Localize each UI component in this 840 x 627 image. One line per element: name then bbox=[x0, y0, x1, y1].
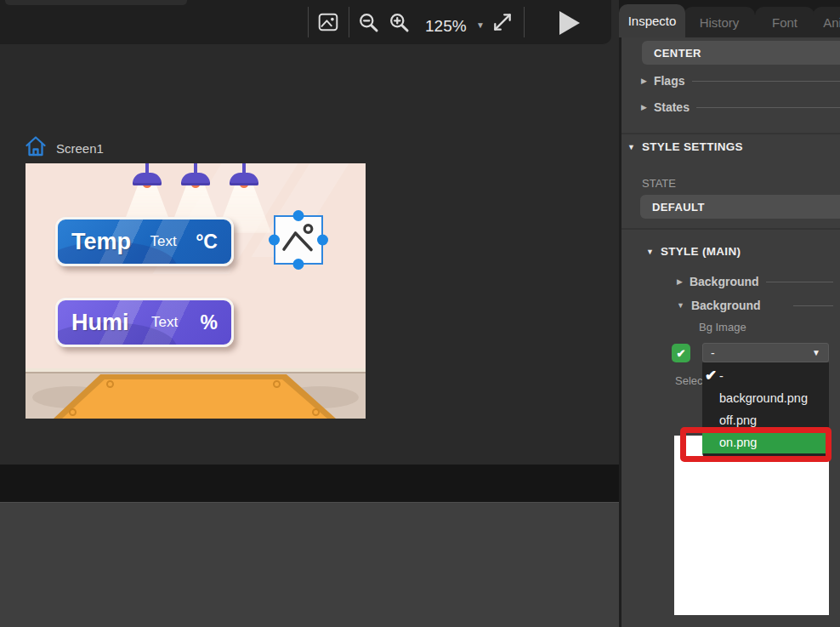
chevron-right-icon: ▶ bbox=[641, 103, 647, 111]
panel-section-divider bbox=[619, 133, 840, 134]
bg-image-select[interactable]: - ▼ bbox=[702, 343, 829, 362]
bg-image-checkbox[interactable]: ✔ bbox=[672, 344, 690, 362]
home-icon bbox=[24, 134, 48, 162]
humi-unit: % bbox=[201, 311, 218, 334]
section-rule bbox=[696, 107, 840, 108]
selection-handle-top[interactable] bbox=[293, 210, 304, 221]
play-icon bbox=[558, 10, 582, 39]
zoom-in-button[interactable] bbox=[386, 12, 411, 36]
panel-section-divider bbox=[619, 228, 840, 230]
dropdown-item-background[interactable]: background.png bbox=[702, 387, 829, 409]
bg-image-label: Bg Image bbox=[699, 321, 746, 333]
expand-icon bbox=[491, 11, 514, 37]
design-canvas[interactable]: Temp Text °C Humi Text % bbox=[26, 163, 366, 419]
humi-title: Humi bbox=[71, 310, 129, 336]
selection-handle-bottom[interactable] bbox=[293, 259, 304, 270]
table-graphic bbox=[54, 374, 336, 419]
image-placeholder-icon bbox=[280, 219, 317, 260]
chevron-right-icon: ▶ bbox=[641, 77, 647, 85]
chevron-right-icon: ▶ bbox=[677, 277, 683, 286]
table-corner-ring bbox=[312, 408, 320, 416]
table-corner-ring bbox=[106, 380, 114, 388]
zoom-out-icon bbox=[357, 11, 380, 37]
tab-inspector[interactable]: Inspecto bbox=[619, 4, 685, 37]
section-rule bbox=[766, 282, 833, 282]
canvas-toolbar: 125% ▼ bbox=[0, 0, 611, 44]
screen-name-label[interactable]: Screen1 bbox=[56, 141, 104, 156]
select-label-partial: Selec bbox=[675, 374, 703, 387]
table-corner-ring bbox=[69, 408, 77, 416]
check-icon: ✔ bbox=[705, 367, 717, 385]
center-align-button[interactable]: CENTER bbox=[642, 41, 840, 65]
state-label: STATE bbox=[642, 177, 676, 190]
style-settings-header[interactable]: ▼ STYLE SETTINGS bbox=[627, 140, 743, 153]
zoom-in-icon bbox=[388, 11, 411, 37]
select-caret-icon: ▼ bbox=[812, 348, 820, 357]
temp-widget[interactable]: Temp Text °C bbox=[55, 217, 234, 266]
image-assets-button[interactable] bbox=[316, 12, 340, 36]
screen-header[interactable]: Screen1 bbox=[24, 134, 104, 162]
selection-handle-left[interactable] bbox=[269, 235, 280, 246]
play-button[interactable] bbox=[553, 10, 587, 39]
style-main-header[interactable]: ▼ STYLE (MAIN) bbox=[646, 245, 741, 258]
dropdown-item-none[interactable]: ✔ - bbox=[702, 365, 829, 387]
panel-divider bbox=[619, 37, 621, 627]
background-section-expanded[interactable]: ▼ Background bbox=[677, 299, 833, 312]
humi-widget[interactable]: Humi Text % bbox=[55, 298, 234, 347]
chevron-down-icon: ▼ bbox=[677, 301, 684, 310]
temp-title: Temp bbox=[71, 229, 131, 255]
bottom-panel bbox=[0, 502, 619, 627]
chevron-down-icon: ▼ bbox=[627, 143, 635, 151]
selection-handle-right[interactable] bbox=[317, 235, 328, 246]
fit-to-screen-button[interactable] bbox=[490, 12, 515, 36]
editor-workspace: 125% ▼ Screen1 bbox=[0, 0, 619, 627]
flags-section-header[interactable]: ▶ Flags bbox=[641, 74, 840, 88]
zoom-out-button[interactable] bbox=[355, 12, 381, 36]
table-corner-ring bbox=[273, 380, 281, 388]
zoom-level-caret-icon[interactable]: ▼ bbox=[476, 20, 485, 30]
temp-unit: °C bbox=[196, 231, 218, 254]
toolbar-notch bbox=[5, 0, 187, 5]
section-rule bbox=[692, 81, 840, 82]
bg-image-preview bbox=[674, 436, 829, 615]
panel-tab-bar: History Font Ani Inspecto bbox=[619, 0, 840, 37]
background-section-collapsed[interactable]: ▶ Background bbox=[677, 275, 833, 288]
states-section-header[interactable]: ▶ States bbox=[641, 100, 840, 114]
tab-history[interactable]: History bbox=[684, 7, 755, 37]
bottom-toolbar-bar bbox=[0, 465, 619, 502]
toolbar-separator bbox=[349, 7, 349, 37]
section-rule bbox=[793, 305, 833, 306]
tab-font[interactable]: Font bbox=[755, 7, 814, 37]
bg-image-select-value: - bbox=[711, 346, 715, 360]
toolbar-separator bbox=[308, 7, 309, 37]
red-annotation-box bbox=[680, 427, 831, 462]
humi-value: Text bbox=[151, 314, 178, 331]
chevron-down-icon: ▼ bbox=[646, 248, 654, 256]
image-icon bbox=[317, 11, 339, 37]
check-icon: ✔ bbox=[677, 347, 686, 360]
inspector-panel: History Font Ani Inspecto CENTER ▶ Flags… bbox=[619, 0, 840, 627]
selected-image-widget[interactable] bbox=[274, 215, 323, 265]
temp-value: Text bbox=[150, 233, 177, 250]
zoom-level-value[interactable]: 125% bbox=[425, 17, 467, 36]
tab-animation[interactable]: Ani bbox=[813, 7, 840, 37]
toolbar-separator bbox=[524, 7, 525, 37]
state-default-button[interactable]: DEFAULT bbox=[640, 195, 840, 219]
